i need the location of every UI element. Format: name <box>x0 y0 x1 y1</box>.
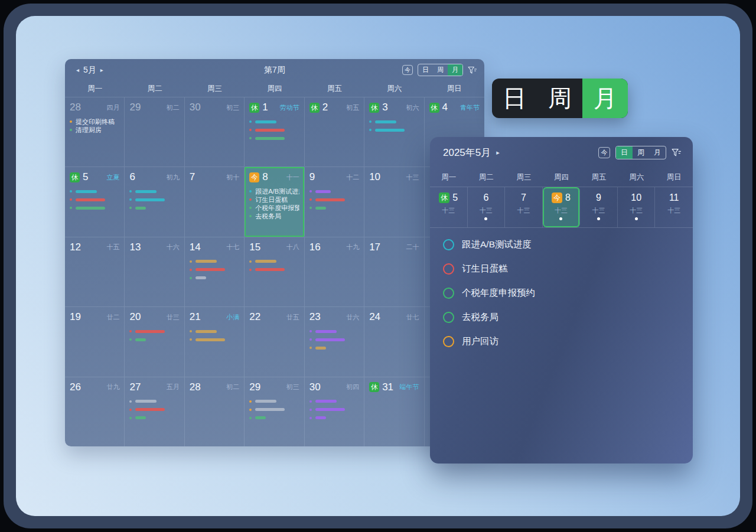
day-cell[interactable]: 12十五 <box>65 237 125 306</box>
day-cell[interactable]: 7初十 <box>185 167 245 236</box>
event-item[interactable]: 个税年度申报预约 <box>249 204 299 212</box>
event-item[interactable] <box>129 187 179 195</box>
day-cell[interactable]: 休1劳动节 <box>245 97 304 167</box>
day-cell[interactable]: 24廿七 <box>364 306 424 376</box>
day-cell[interactable]: 10十三 <box>364 167 424 236</box>
day-cell[interactable]: 23廿六 <box>305 306 364 376</box>
event-item[interactable] <box>129 327 179 335</box>
event-item[interactable] <box>309 187 359 195</box>
day-cell[interactable]: 20廿三 <box>125 306 184 376</box>
mini-filter-icon[interactable] <box>672 148 681 157</box>
mini-view-toggle-day[interactable]: 日 <box>616 146 633 159</box>
day-cell[interactable]: 30初三 <box>185 97 245 167</box>
day-cell[interactable]: 休2初五 <box>305 97 364 167</box>
event-item[interactable] <box>309 397 359 406</box>
event-item[interactable] <box>190 274 239 282</box>
day-cell[interactable]: 休5立夏 <box>65 167 125 236</box>
day-cell[interactable]: 21小满 <box>185 306 245 376</box>
event-item[interactable] <box>70 204 119 212</box>
event-item[interactable]: 提交印刷终稿 <box>70 118 119 126</box>
event-item[interactable] <box>369 126 419 134</box>
event-item[interactable] <box>309 414 359 422</box>
event-item[interactable] <box>249 257 299 266</box>
day-cell[interactable]: 29初三 <box>245 377 304 446</box>
event-item[interactable] <box>190 266 239 274</box>
event-item[interactable] <box>309 327 359 335</box>
event-item[interactable] <box>309 406 359 414</box>
event-item[interactable] <box>129 397 179 406</box>
day-cell[interactable]: 27五月 <box>125 377 184 446</box>
next-month-arrow-icon[interactable]: ▸ <box>100 67 103 73</box>
day-cell[interactable]: 9十二 <box>305 167 364 236</box>
filter-icon[interactable] <box>468 66 477 74</box>
event-item[interactable] <box>249 414 299 422</box>
task-checkbox[interactable] <box>443 312 454 323</box>
day-cell[interactable]: 26廿九 <box>65 377 125 446</box>
day-cell[interactable]: 15十八 <box>245 237 304 306</box>
day-cell[interactable]: 29初二 <box>125 97 184 167</box>
event-item[interactable] <box>249 126 299 134</box>
event-item[interactable]: 订生日蛋糕 <box>249 195 299 204</box>
mini-day-cell-selected[interactable]: 今8十三 <box>543 187 581 227</box>
mini-day-cell[interactable]: 10十三 <box>618 187 656 227</box>
event-item[interactable] <box>129 204 179 212</box>
event-item[interactable] <box>249 266 299 274</box>
event-item[interactable] <box>309 344 359 352</box>
event-item[interactable] <box>249 406 299 414</box>
event-item[interactable] <box>249 118 299 126</box>
event-item[interactable] <box>249 134 299 142</box>
callout-toggle-week[interactable]: 周 <box>537 79 583 118</box>
day-cell[interactable]: 30初四 <box>305 377 364 446</box>
task-item[interactable]: 个税年度申报预约 <box>443 281 693 305</box>
task-checkbox[interactable] <box>443 263 454 275</box>
callout-toggle-month[interactable]: 月 <box>582 79 628 118</box>
mini-day-cell[interactable]: 9十三 <box>580 187 618 227</box>
mini-next-arrow-icon[interactable]: ▸ <box>496 149 500 156</box>
task-checkbox[interactable] <box>443 288 454 299</box>
event-item[interactable] <box>190 257 239 266</box>
event-item[interactable] <box>129 406 179 414</box>
day-cell[interactable]: 14十七 <box>185 237 245 306</box>
view-toggle-week[interactable]: 周 <box>433 64 448 76</box>
mini-day-cell[interactable]: 休5十三 <box>430 187 468 227</box>
mini-day-cell[interactable]: 6十三 <box>468 187 506 227</box>
event-item[interactable] <box>129 335 179 344</box>
day-cell[interactable]: 13十六 <box>125 237 184 306</box>
day-cell[interactable]: 17二十 <box>364 237 424 306</box>
callout-toggle-day[interactable]: 日 <box>492 79 537 118</box>
event-item[interactable] <box>129 414 179 422</box>
mini-view-toggle-week[interactable]: 周 <box>633 146 649 159</box>
task-item[interactable]: 用户回访 <box>443 329 693 354</box>
view-toggle-month[interactable]: 月 <box>448 64 462 76</box>
event-item[interactable]: 跟进A/B测试进度 <box>249 187 299 195</box>
event-item[interactable] <box>129 195 179 204</box>
event-item[interactable] <box>249 397 299 406</box>
event-item[interactable]: 去税务局 <box>249 212 299 220</box>
day-cell[interactable]: 6初九 <box>125 167 184 236</box>
day-cell-selected[interactable]: 今8十一跟进A/B测试进度订生日蛋糕个税年度申报预约去税务局 <box>245 167 304 236</box>
mini-view-toggle-month[interactable]: 月 <box>649 146 666 159</box>
day-cell[interactable]: 28四月提交印刷终稿清理厨房 <box>65 97 125 167</box>
task-item[interactable]: 跟进A/B测试进度 <box>443 233 693 257</box>
mini-day-cell[interactable]: 7十三 <box>505 187 543 227</box>
event-item[interactable] <box>309 335 359 344</box>
task-checkbox[interactable] <box>443 239 454 250</box>
event-item[interactable] <box>309 204 359 212</box>
view-toggle-day[interactable]: 日 <box>418 64 433 76</box>
task-item[interactable]: 订生日蛋糕 <box>443 257 693 281</box>
day-cell[interactable]: 休3初六 <box>364 97 424 167</box>
today-button[interactable]: 今 <box>402 65 413 75</box>
task-checkbox[interactable] <box>443 336 454 347</box>
event-item[interactable] <box>190 335 239 344</box>
day-cell[interactable]: 休31端午节 <box>364 377 424 446</box>
day-cell[interactable]: 22廿五 <box>245 306 304 376</box>
event-item[interactable]: 清理厨房 <box>70 126 119 134</box>
prev-month-arrow-icon[interactable]: ◂ <box>76 67 79 73</box>
mini-day-cell[interactable]: 11十三 <box>655 187 693 227</box>
day-cell[interactable]: 28初二 <box>185 377 245 446</box>
task-item[interactable]: 去税务局 <box>443 305 693 329</box>
event-item[interactable] <box>190 327 239 335</box>
event-item[interactable] <box>70 187 119 195</box>
day-cell[interactable]: 16十九 <box>305 237 364 306</box>
day-cell[interactable]: 19廿二 <box>65 306 125 376</box>
